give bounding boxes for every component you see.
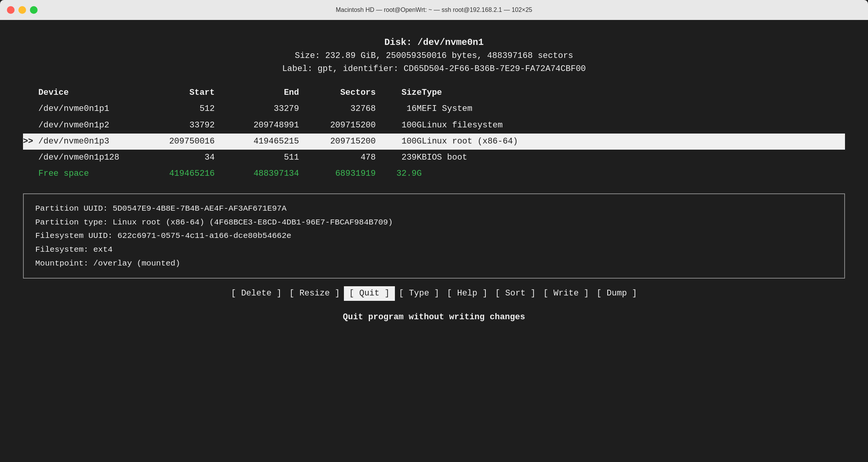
- row-type: Linux root (x86-64): [422, 134, 845, 150]
- row-end: 511: [215, 150, 299, 166]
- action-buttons-row: [ Delete ] [ Resize ] [ Quit ][ Type ] […: [23, 286, 845, 301]
- col-start-header: Start: [138, 85, 215, 101]
- type-button[interactable]: [ Type ]: [395, 287, 443, 300]
- row-type: [422, 166, 845, 182]
- write-button[interactable]: [ Write ]: [539, 287, 593, 300]
- window-controls[interactable]: [7, 6, 38, 14]
- col-end-header: End: [215, 85, 299, 101]
- table-row[interactable]: /dev/nvme0n1p233792209748991209715200100…: [23, 117, 845, 134]
- minimize-button[interactable]: [18, 6, 26, 14]
- info-line: Filesystem UUID: 622c6971-0575-4c11-a166…: [35, 229, 833, 243]
- row-selector: [23, 166, 38, 182]
- info-line: Mountpoint: /overlay (mounted): [35, 257, 833, 271]
- terminal-area: Disk: /dev/nvme0n1 Size: 232.89 GiB, 250…: [0, 20, 868, 462]
- col-type-header: Type: [422, 85, 845, 101]
- row-end: 419465215: [215, 134, 299, 150]
- info-line: Filesystem: ext4: [35, 243, 833, 257]
- disk-header: Disk: /dev/nvme0n1 Size: 232.89 GiB, 250…: [23, 35, 845, 76]
- row-type: BIOS boot: [422, 150, 845, 166]
- table-row[interactable]: /dev/nvme0n1p12834511478239KBIOS boot: [23, 150, 845, 166]
- disk-size: Size: 232.89 GiB, 250059350016 bytes, 48…: [23, 50, 845, 63]
- quit-button[interactable]: [ Quit ]: [344, 286, 395, 301]
- row-sectors: 68931919: [299, 166, 376, 182]
- resize-button[interactable]: [ Resize ]: [286, 287, 344, 300]
- row-device: /dev/nvme0n1p1: [38, 101, 138, 117]
- table-header-row: Device Start End Sectors Size Type: [23, 85, 845, 101]
- row-sectors: 209715200: [299, 117, 376, 134]
- window-title: Macintosh HD — root@OpenWrt: ~ — ssh roo…: [336, 7, 532, 13]
- col-device-header: Device: [38, 85, 138, 101]
- table-row[interactable]: /dev/nvme0n1p1512332793276816MEFI System: [23, 101, 845, 117]
- row-type: EFI System: [422, 101, 845, 117]
- partition-info-box: Partition UUID: 5D0547E9-4B8E-7B4B-AE4F-…: [23, 193, 845, 279]
- row-end: 33279: [215, 101, 299, 117]
- row-start: 419465216: [138, 166, 215, 182]
- row-start: 34: [138, 150, 215, 166]
- disk-name: Disk: /dev/nvme0n1: [23, 35, 845, 50]
- row-device: /dev/nvme0n1p2: [38, 117, 138, 134]
- row-end: 209748991: [215, 117, 299, 134]
- row-end: 488397134: [215, 166, 299, 182]
- delete-button[interactable]: [ Delete ]: [227, 287, 285, 300]
- titlebar: Macintosh HD — root@OpenWrt: ~ — ssh roo…: [0, 0, 868, 20]
- close-button[interactable]: [7, 6, 15, 14]
- partition-table: Device Start End Sectors Size Type /dev/…: [23, 85, 845, 182]
- row-start: 512: [138, 101, 215, 117]
- col-sectors-header: Sectors: [299, 85, 376, 101]
- row-start: 33792: [138, 117, 215, 134]
- partition-rows: /dev/nvme0n1p1512332793276816MEFI System…: [23, 101, 845, 182]
- row-selector: [23, 117, 38, 134]
- status-bar: Quit program without writing changes: [23, 307, 845, 332]
- row-sectors: 32768: [299, 101, 376, 117]
- row-device: /dev/nvme0n1p3: [38, 134, 138, 150]
- col-size-header: Size: [376, 85, 422, 101]
- row-sectors: 209715200: [299, 134, 376, 150]
- row-selector: [23, 150, 38, 166]
- row-start: 209750016: [138, 134, 215, 150]
- help-button[interactable]: [ Help ]: [443, 287, 492, 300]
- row-device: /dev/nvme0n1p128: [38, 150, 138, 166]
- table-row[interactable]: Free space4194652164883971346893191932.9…: [23, 166, 845, 182]
- sort-button[interactable]: [ Sort ]: [491, 287, 539, 300]
- row-size: 32.9G: [376, 166, 422, 182]
- row-size: 100G: [376, 134, 422, 150]
- row-selector: [23, 101, 38, 117]
- row-type: Linux filesystem: [422, 117, 845, 134]
- table-row[interactable]: >>/dev/nvme0n1p3209750016419465215209715…: [23, 134, 845, 150]
- info-line: Partition UUID: 5D0547E9-4B8E-7B4B-AE4F-…: [35, 202, 833, 216]
- row-device: Free space: [38, 166, 138, 182]
- dump-button[interactable]: [ Dump ]: [593, 287, 641, 300]
- col-selector: [23, 85, 38, 101]
- maximize-button[interactable]: [30, 6, 38, 14]
- row-size: 100G: [376, 117, 422, 134]
- row-sectors: 478: [299, 150, 376, 166]
- row-selector: >>: [23, 134, 38, 150]
- row-size: 16M: [376, 101, 422, 117]
- disk-label: Label: gpt, identifier: CD65D504-2F66-B3…: [23, 63, 845, 76]
- info-line: Partition type: Linux root (x86-64) (4F6…: [35, 216, 833, 229]
- row-size: 239K: [376, 150, 422, 166]
